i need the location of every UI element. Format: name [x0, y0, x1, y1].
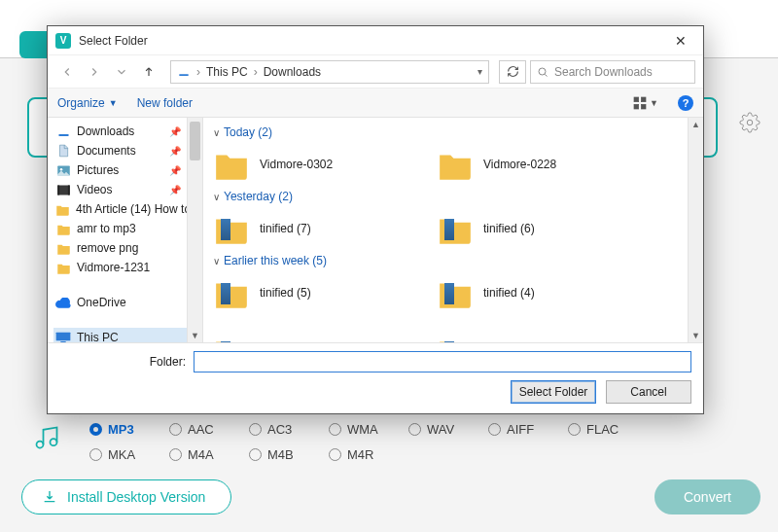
format-option-mp3[interactable]: MP3: [89, 422, 148, 437]
chevron-down-icon: ∨: [213, 192, 220, 202]
svg-rect-12: [67, 185, 69, 195]
file-list[interactable]: ∨Today (2)Vidmore-0302Vidmore-0228∨Yeste…: [203, 118, 703, 342]
scroll-thumb[interactable]: [190, 122, 200, 160]
bg-accent-pill: [19, 31, 47, 58]
download-icon: [55, 124, 71, 139]
help-button[interactable]: ?: [678, 95, 693, 111]
svg-rect-7: [641, 104, 646, 109]
radio-icon: [329, 448, 341, 461]
scroll-up-icon[interactable]: ▲: [689, 118, 703, 131]
folder-item[interactable]: tinified (3): [213, 332, 417, 342]
tree-label: Videos: [77, 183, 112, 196]
refresh-button[interactable]: [499, 60, 526, 84]
downloads-icon: [177, 65, 191, 79]
folder-item[interactable]: tinified (6): [437, 209, 641, 248]
tree-item[interactable]: 4th Article (14) How to Re: [53, 199, 202, 219]
convert-label: Convert: [684, 489, 731, 505]
pin-icon: 📌: [169, 185, 181, 195]
folder-name: tinified (6): [483, 222, 535, 235]
folder-item[interactable]: tinified (5): [213, 273, 417, 312]
tree-item[interactable]: Videos📌: [53, 180, 202, 199]
tree-onedrive[interactable]: OneDrive: [53, 293, 202, 312]
tree-label: 4th Article (14) How to Re: [76, 202, 202, 216]
svg-rect-14: [60, 341, 65, 342]
group-header[interactable]: ∨Today (2): [213, 125, 684, 139]
new-folder-button[interactable]: New folder: [137, 96, 193, 110]
format-option-m4b[interactable]: M4B: [249, 447, 307, 462]
close-button[interactable]: ✕: [666, 33, 695, 49]
svg-point-2: [51, 439, 57, 445]
pin-icon: 📌: [169, 146, 181, 157]
nav-tree[interactable]: Downloads📌Documents📌Pictures📌Videos📌4th …: [48, 118, 203, 342]
folder-name: Vidmore-0228: [483, 158, 556, 171]
organize-menu[interactable]: Organize ▼: [57, 96, 118, 110]
install-desktop-button[interactable]: Install Desktop Version: [21, 479, 231, 514]
tree-label: Downloads: [77, 124, 134, 138]
tree-item[interactable]: amr to mp3: [53, 219, 202, 238]
address-bar[interactable]: › This PC › Downloads ▾: [170, 60, 489, 84]
format-option-wma[interactable]: WMA: [329, 422, 387, 437]
tree-item[interactable]: Downloads📌: [53, 122, 202, 141]
pin-icon: 📌: [169, 126, 181, 137]
scroll-down-icon[interactable]: ▼: [689, 329, 703, 342]
chevron-down-icon: ∨: [213, 256, 220, 266]
tree-item[interactable]: Vidmore-1231: [53, 258, 202, 277]
content-scrollbar[interactable]: ▲ ▼: [688, 118, 703, 342]
cancel-button[interactable]: Cancel: [606, 380, 691, 404]
folder-icon: [55, 260, 71, 275]
format-option-m4a[interactable]: M4A: [169, 447, 228, 462]
chevron-down-icon[interactable]: ▾: [477, 66, 482, 77]
folder-field[interactable]: [194, 351, 691, 372]
folder-icon: [437, 336, 474, 342]
folder-item[interactable]: tinified (7): [213, 209, 417, 248]
svg-rect-13: [56, 333, 71, 341]
svg-point-9: [59, 168, 62, 171]
format-option-mka[interactable]: MKA: [89, 447, 148, 462]
nav-up-button[interactable]: [137, 60, 160, 84]
format-row-2: MKAM4AM4BM4R: [89, 447, 387, 462]
tree-scrollbar[interactable]: ▲ ▼: [187, 118, 202, 342]
format-option-aac[interactable]: AAC: [169, 422, 228, 437]
format-option-ac3[interactable]: AC3: [249, 422, 307, 437]
tree-this-pc[interactable]: This PC: [53, 328, 202, 342]
select-folder-button[interactable]: Select Folder: [511, 380, 596, 404]
nav-recent-button[interactable]: [110, 60, 133, 84]
convert-button[interactable]: Convert: [654, 479, 760, 514]
svg-point-3: [539, 68, 546, 75]
tree-item[interactable]: Documents📌: [53, 141, 202, 160]
tree-item[interactable]: remove png: [53, 238, 202, 258]
breadcrumb-current[interactable]: Downloads: [264, 65, 321, 79]
view-options-button[interactable]: ▼: [632, 95, 658, 111]
folder-name: tinified (7): [260, 222, 311, 235]
folder-item[interactable]: Vidmore-0228: [437, 145, 641, 184]
format-option-wav[interactable]: WAV: [408, 422, 467, 437]
format-option-flac[interactable]: FLAC: [568, 422, 626, 437]
format-option-m4r[interactable]: M4R: [329, 447, 387, 462]
tree-item[interactable]: Pictures📌: [53, 160, 202, 180]
group-header[interactable]: ∨Earlier this week (5): [213, 254, 684, 267]
nav-back-button[interactable]: [55, 60, 79, 84]
search-input[interactable]: Search Downloads: [530, 60, 695, 84]
chevron-right-icon: ›: [254, 65, 258, 79]
scroll-down-icon[interactable]: ▼: [188, 329, 202, 342]
radio-icon: [89, 448, 102, 461]
group-header[interactable]: ∨Yesterday (2): [213, 190, 684, 203]
chevron-down-icon: ∨: [213, 127, 220, 138]
svg-rect-6: [634, 104, 639, 109]
select-folder-label: Select Folder: [519, 385, 588, 399]
folder-icon: [437, 149, 474, 180]
nav-forward-button[interactable]: [83, 60, 106, 84]
breadcrumb-root[interactable]: This PC: [206, 65, 248, 79]
settings-button[interactable]: [739, 112, 760, 133]
group-title: Today (2): [224, 125, 272, 139]
new-folder-label: New folder: [137, 96, 193, 110]
format-option-aiff[interactable]: AIFF: [488, 422, 547, 437]
folder-item[interactable]: tinified (2): [437, 332, 641, 342]
app-logo-icon: V: [55, 33, 71, 49]
dialog-body: Downloads📌Documents📌Pictures📌Videos📌4th …: [48, 118, 703, 342]
cancel-label: Cancel: [630, 385, 666, 399]
radio-icon: [169, 448, 182, 461]
radio-icon: [169, 423, 182, 436]
folder-item[interactable]: tinified (4): [437, 273, 641, 312]
folder-item[interactable]: Vidmore-0302: [213, 145, 417, 184]
